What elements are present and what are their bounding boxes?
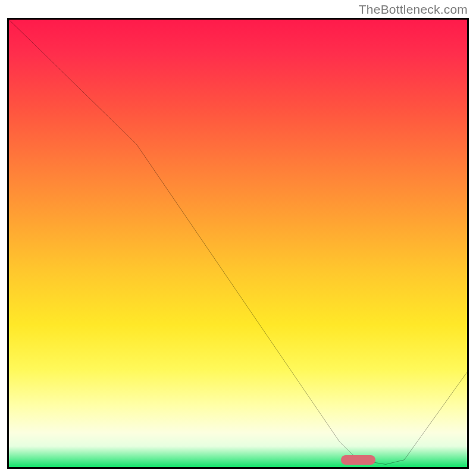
bottleneck-curve	[7, 18, 469, 469]
curve-path	[7, 18, 469, 464]
optimal-range-marker	[341, 455, 375, 465]
chart-frame	[7, 18, 469, 469]
watermark-text: TheBottleneck.com	[359, 2, 468, 17]
